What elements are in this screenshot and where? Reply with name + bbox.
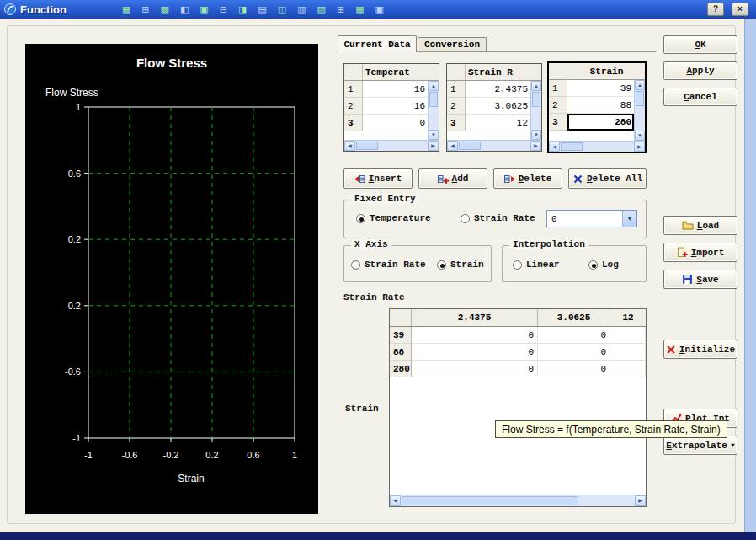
tab-current-data[interactable]: Current Data: [338, 35, 417, 52]
table-row[interactable]: 1 39: [549, 80, 634, 97]
cell-value[interactable]: 39: [567, 80, 634, 97]
cell-value[interactable]: 16: [363, 98, 428, 115]
table-row[interactable]: 2 3.0625: [447, 98, 530, 115]
x-tick-label: 0.6: [247, 450, 259, 460]
matrix-cell[interactable]: [610, 361, 646, 377]
table-row[interactable]: 3 0: [344, 115, 428, 131]
scroll-right-icon[interactable]: ▶: [530, 141, 541, 151]
scrollbar-thumb[interactable]: [402, 496, 578, 505]
fixed-entry-temperature-radio[interactable]: Temperature: [356, 213, 431, 223]
scrollbar-thumb[interactable]: [459, 142, 481, 150]
matrix-cell[interactable]: 0: [538, 327, 610, 344]
x-axis-strain-radio[interactable]: Strain: [437, 259, 484, 270]
close-button[interactable]: ×: [732, 3, 748, 16]
scroll-down-icon[interactable]: ▼: [531, 130, 541, 140]
delete-all-button[interactable]: Delete All: [568, 168, 647, 189]
matrix-cell[interactable]: 0: [538, 344, 610, 361]
cell-value[interactable]: 0: [363, 115, 428, 131]
matrix-top-label: Strain Rate: [343, 292, 405, 302]
fixed-entry-value-combobox[interactable]: 0 ▼: [546, 210, 637, 227]
function-tooltip: Flow Stress = f(Temperature, Strain Rate…: [495, 420, 727, 438]
titlebar[interactable]: Function ▦ ⊞ ▩ ◧ ▣ ⊟ ◨ ▤ ◫ ▥ ▧ ⊞ ▦ ▣ ? ×: [0, 0, 756, 19]
interpolation-linear-radio[interactable]: Linear: [513, 259, 560, 270]
table-row[interactable]: 2 16: [344, 98, 428, 115]
fixed-entry-strain-rate-radio[interactable]: Strain Rate: [461, 213, 535, 223]
matrix-cell[interactable]: 0: [412, 344, 538, 361]
table-row[interactable]: 3 12: [447, 115, 530, 131]
apply-button[interactable]: Apply: [663, 61, 737, 80]
scroll-up-icon[interactable]: ▲: [531, 81, 541, 91]
strain-rate-strain-matrix[interactable]: 2.4375 3.0625 12 39 0 0 88 0 0 280 0 0 ◀…: [389, 308, 647, 507]
scroll-down-icon[interactable]: ▼: [635, 131, 645, 141]
add-button[interactable]: Add: [418, 168, 487, 189]
temperature-table[interactable]: Temperat 1 16 2 16 3 0 ▲: [343, 63, 439, 152]
matrix-row[interactable]: 39 0 0: [390, 327, 646, 344]
horizontal-scrollbar[interactable]: ◀ ▶: [344, 140, 439, 151]
x-axis-strain-rate-radio[interactable]: Strain Rate: [351, 259, 426, 270]
scroll-right-icon[interactable]: ▶: [634, 142, 645, 152]
y-tick-label: 0.6: [68, 168, 81, 179]
scrollbar-thumb[interactable]: [356, 142, 378, 150]
scrollbar-thumb[interactable]: [561, 142, 583, 151]
scroll-left-icon[interactable]: ◀: [549, 142, 560, 152]
table-row[interactable]: 1 2.4375: [447, 81, 530, 98]
function-dialog-window: Function ▦ ⊞ ▩ ◧ ▣ ⊟ ◨ ▤ ◫ ▥ ▧ ⊞ ▦ ▣ ? ×…: [0, 0, 756, 540]
strain-rate-column-header: Strain R: [466, 64, 541, 80]
matrix-cell[interactable]: 0: [412, 327, 538, 344]
matrix-cell[interactable]: [610, 327, 646, 344]
matrix-horizontal-scrollbar[interactable]: ◀ ▶: [390, 495, 646, 506]
strain-table[interactable]: Strain 1 39 2 88 3 280 ▲: [547, 61, 647, 153]
delete-button[interactable]: Delete: [493, 168, 562, 189]
scroll-up-icon[interactable]: ▲: [635, 80, 645, 90]
import-button[interactable]: Import: [663, 243, 737, 262]
scroll-down-icon[interactable]: ▼: [429, 130, 439, 140]
cell-value[interactable]: 12: [466, 115, 530, 131]
table-row[interactable]: 2 88: [549, 97, 634, 114]
strain-rate-table[interactable]: Strain R 1 2.4375 2 3.0625 3 12 ▲: [446, 63, 542, 152]
scroll-up-icon[interactable]: ▲: [429, 81, 439, 91]
scroll-left-icon[interactable]: ◀: [390, 495, 401, 506]
cell-value[interactable]: 3.0625: [466, 98, 530, 115]
scrollbar-thumb[interactable]: [429, 92, 438, 107]
load-button[interactable]: Load: [663, 216, 737, 235]
y-tick-label: 1: [76, 102, 81, 112]
window-title: Function: [20, 3, 67, 16]
ok-button[interactable]: OK: [663, 35, 737, 54]
matrix-cell[interactable]: 0: [538, 361, 610, 377]
vertical-scrollbar[interactable]: ▲ ▼: [634, 80, 645, 141]
matrix-cell[interactable]: [610, 344, 646, 361]
matrix-cell[interactable]: 0: [412, 361, 538, 377]
app-icon: [3, 3, 17, 16]
vertical-scrollbar[interactable]: ▲ ▼: [428, 81, 439, 140]
scroll-left-icon[interactable]: ◀: [344, 141, 355, 151]
horizontal-scrollbar[interactable]: ◀ ▶: [447, 140, 541, 151]
scroll-right-icon[interactable]: ▶: [428, 141, 439, 151]
table-row[interactable]: 3 280: [549, 114, 634, 131]
chevron-down-icon[interactable]: ▼: [622, 211, 636, 227]
cell-value[interactable]: 16: [363, 81, 428, 98]
initialize-button[interactable]: Initialize: [663, 340, 737, 359]
help-button[interactable]: ?: [707, 3, 724, 16]
matrix-row[interactable]: 280 0 0: [390, 361, 646, 377]
matrix-row[interactable]: 88 0 0: [390, 344, 646, 361]
tab-conversion[interactable]: Conversion: [418, 37, 487, 51]
extrapolate-button[interactable]: Extrapolate ▼: [663, 436, 737, 455]
table-row[interactable]: 1 16: [344, 81, 428, 98]
save-button[interactable]: Save: [663, 270, 737, 289]
selected-cell[interactable]: 280: [567, 114, 634, 131]
interpolation-log-radio[interactable]: Log: [588, 259, 619, 270]
temperature-table-header: Temperat: [344, 64, 439, 81]
vertical-scrollbar[interactable]: ▲ ▼: [530, 81, 541, 140]
scrollbar-thumb[interactable]: [532, 92, 540, 107]
cell-value[interactable]: 88: [567, 97, 634, 114]
insert-button[interactable]: Insert: [343, 168, 413, 189]
save-icon: [682, 274, 693, 285]
scroll-left-icon[interactable]: ◀: [447, 141, 458, 151]
scrollbar-thumb[interactable]: [636, 91, 644, 106]
horizontal-scrollbar[interactable]: ◀ ▶: [549, 141, 645, 152]
cancel-button[interactable]: Cancel: [663, 88, 737, 106]
cell-value[interactable]: 2.4375: [466, 81, 530, 98]
scroll-right-icon[interactable]: ▶: [635, 495, 646, 506]
toolbar-icon: ⊞: [141, 0, 149, 19]
row-number: 2: [344, 98, 363, 115]
